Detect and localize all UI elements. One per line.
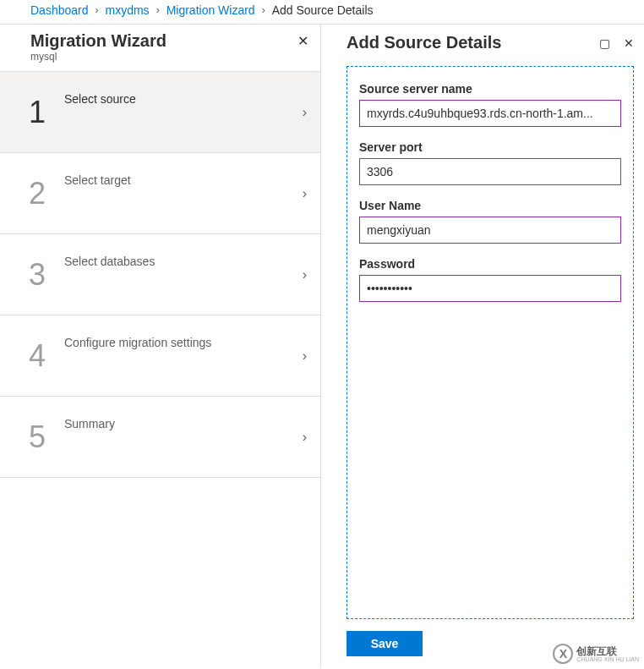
step-number: 4	[29, 338, 64, 374]
wizard-subtitle: mysql	[30, 51, 310, 63]
field-password: Password	[359, 257, 621, 302]
step-label: Configure migration settings	[64, 336, 211, 349]
step-number: 2	[29, 176, 64, 211]
wizard-title: Migration Wizard	[30, 31, 310, 51]
wizard-step-summary[interactable]: 5 Summary ›	[0, 397, 320, 478]
chevron-right-icon: ›	[303, 186, 307, 201]
breadcrumb-item-migration-wizard[interactable]: Migration Wizard	[166, 3, 255, 17]
step-number: 5	[29, 419, 64, 455]
source-server-name-input[interactable]	[359, 100, 621, 127]
breadcrumb-item-mxydms[interactable]: mxydms	[106, 3, 150, 17]
details-actions: ▢ ✕	[599, 36, 634, 50]
maximize-icon[interactable]: ▢	[599, 36, 610, 50]
save-button[interactable]: Save	[347, 631, 423, 656]
main-content: Migration Wizard mysql ✕ 1 Select source…	[0, 25, 644, 668]
wizard-steps: 1 Select source › 2 Select target › 3 Se…	[0, 71, 320, 478]
breadcrumb: Dashboard › mxydms › Migration Wizard › …	[0, 0, 644, 25]
field-user-name: User Name	[359, 199, 621, 244]
wizard-header: Migration Wizard mysql ✕	[0, 25, 320, 71]
close-icon[interactable]: ✕	[624, 36, 634, 50]
field-source-server-name: Source server name	[359, 82, 621, 127]
wizard-panel: Migration Wizard mysql ✕ 1 Select source…	[0, 25, 321, 668]
step-label: Select databases	[64, 255, 155, 268]
field-label: Server port	[359, 140, 621, 154]
step-number: 3	[29, 257, 64, 293]
wizard-step-select-source[interactable]: 1 Select source ›	[0, 72, 320, 153]
field-label: Password	[359, 257, 621, 271]
close-icon[interactable]: ✕	[297, 33, 308, 49]
chevron-right-icon: ›	[303, 430, 307, 445]
form-area: Source server name Server port User Name…	[347, 66, 634, 619]
breadcrumb-item-dashboard[interactable]: Dashboard	[30, 3, 89, 17]
step-label: Select source	[64, 92, 136, 106]
wizard-step-configure-migration[interactable]: 4 Configure migration settings ›	[0, 315, 320, 397]
step-number: 1	[29, 95, 64, 130]
chevron-right-icon: ›	[303, 267, 307, 282]
wizard-step-select-target[interactable]: 2 Select target ›	[0, 153, 320, 234]
details-header: Add Source Details ▢ ✕	[347, 33, 634, 52]
password-input[interactable]	[359, 275, 621, 302]
details-footer: Save	[347, 619, 634, 668]
field-label: Source server name	[359, 82, 621, 96]
chevron-right-icon: ›	[303, 348, 307, 364]
breadcrumb-item-current: Add Source Details	[272, 3, 374, 17]
chevron-right-icon: ›	[262, 4, 265, 16]
step-label: Summary	[64, 417, 115, 430]
server-port-input[interactable]	[359, 158, 621, 185]
chevron-right-icon: ›	[303, 105, 307, 120]
details-panel: Add Source Details ▢ ✕ Source server nam…	[321, 25, 644, 668]
step-label: Select target	[64, 173, 131, 187]
details-title: Add Source Details	[347, 33, 501, 52]
chevron-right-icon: ›	[156, 4, 160, 16]
user-name-input[interactable]	[359, 217, 621, 244]
field-server-port: Server port	[359, 140, 621, 185]
wizard-step-select-databases[interactable]: 3 Select databases ›	[0, 234, 320, 315]
chevron-right-icon: ›	[96, 4, 99, 16]
field-label: User Name	[359, 199, 621, 212]
